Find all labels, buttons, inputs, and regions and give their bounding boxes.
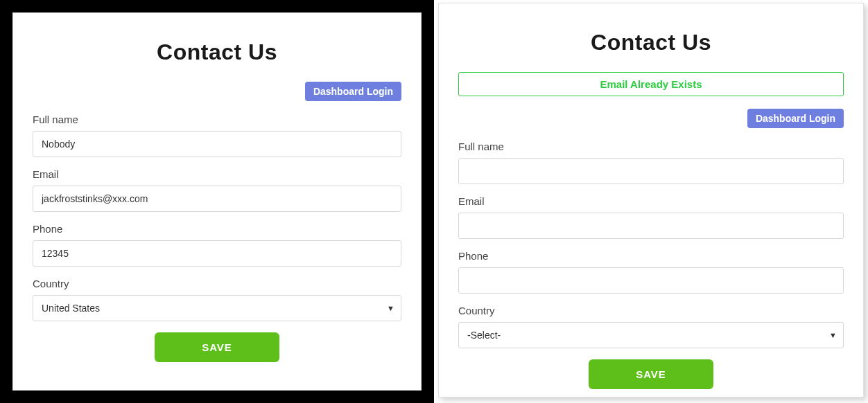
phone-label: Phone [458, 250, 844, 262]
fullname-group: Full name [458, 141, 844, 184]
country-group: Country United States ▼ [33, 278, 401, 321]
fullname-input[interactable] [458, 158, 844, 184]
save-row: SAVE [458, 359, 844, 389]
top-actions: Dashboard Login [458, 109, 844, 128]
fullname-group: Full name [33, 114, 401, 157]
phone-group: Phone [458, 250, 844, 294]
fullname-input[interactable] [33, 131, 401, 157]
contact-card-left: Contact Us Dashboard Login Full name Ema… [12, 12, 422, 391]
phone-group: Phone [33, 223, 401, 267]
country-label: Country [33, 278, 401, 289]
country-select-wrapper: -Select- ▼ [458, 322, 844, 348]
country-select[interactable]: United States [33, 295, 401, 321]
country-select-wrapper: United States ▼ [33, 295, 401, 321]
contact-card-right: Contact Us Email Already Exists Dashboar… [438, 3, 864, 397]
country-select[interactable]: -Select- [458, 322, 844, 348]
phone-input[interactable] [33, 240, 401, 267]
left-panel: Contact Us Dashboard Login Full name Ema… [0, 0, 434, 403]
phone-input[interactable] [458, 267, 844, 294]
dashboard-login-button[interactable]: Dashboard Login [305, 82, 401, 101]
dashboard-login-button[interactable]: Dashboard Login [747, 109, 844, 128]
save-row: SAVE [33, 332, 401, 362]
email-label: Email [33, 168, 401, 180]
phone-label: Phone [33, 223, 401, 235]
save-button[interactable]: SAVE [155, 332, 279, 362]
email-group: Email [33, 168, 401, 212]
email-label: Email [458, 195, 844, 207]
page-title: Contact Us [33, 39, 401, 65]
country-group: Country -Select- ▼ [458, 305, 844, 348]
email-group: Email [458, 195, 844, 239]
fullname-label: Full name [458, 141, 844, 152]
save-button[interactable]: SAVE [589, 359, 713, 389]
top-actions: Dashboard Login [33, 82, 401, 101]
page-title: Contact Us [458, 30, 844, 55]
alert-message: Email Already Exists [458, 72, 844, 96]
country-label: Country [458, 305, 844, 316]
email-input[interactable] [458, 213, 844, 239]
fullname-label: Full name [33, 114, 401, 125]
right-panel: Contact Us Email Already Exists Dashboar… [434, 0, 868, 403]
email-input[interactable] [33, 186, 401, 212]
